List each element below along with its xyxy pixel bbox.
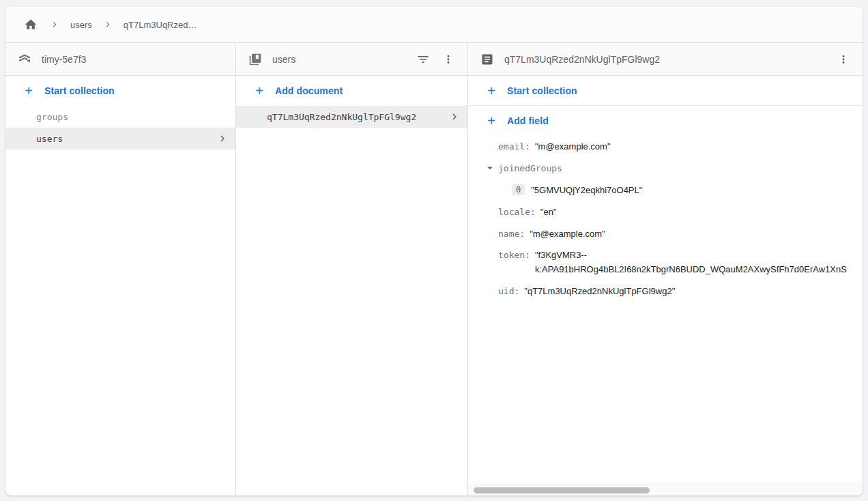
home-icon[interactable]: [23, 16, 39, 33]
chevron-right-icon: [49, 19, 60, 30]
document-icon: [479, 51, 495, 68]
scrollbar-thumb[interactable]: [474, 487, 650, 493]
field-row-email[interactable]: email: "m@example.com": [468, 135, 863, 157]
field-row-name[interactable]: name: "m@example.com": [468, 223, 863, 244]
database-panel: timy-5e7f3 + Start collection groups use…: [5, 43, 236, 496]
triangle-down-icon[interactable]: [482, 160, 498, 176]
array-item-row[interactable]: 0 "5GMVUQjY2eqkhi7oO4PL": [468, 179, 863, 201]
field-list: email: "m@example.com" joinedGroups 0 "5…: [468, 135, 863, 302]
token-value: "f3KgVMR3-- k:APA91bHROg4bBL2I68n2kTbgrN…: [535, 248, 847, 276]
add-document-button[interactable]: + Add document: [236, 76, 467, 106]
collection-item-users[interactable]: users: [5, 128, 235, 149]
chevron-right-icon: [448, 111, 461, 123]
breadcrumb: users qT7Lm3UqRzed…: [5, 7, 863, 43]
start-collection-button[interactable]: + Start collection: [5, 76, 235, 106]
plus-icon: +: [484, 84, 498, 98]
collection-icon: [247, 51, 263, 68]
plus-icon: +: [22, 84, 35, 98]
document-panel-header: qT7Lm3UqRzed2nNkUglTpFGl9wg2: [468, 43, 863, 76]
more-vert-icon[interactable]: [835, 51, 852, 68]
firestore-database-icon: [16, 51, 33, 68]
array-index-chip: 0: [512, 184, 525, 195]
breadcrumb-item-users[interactable]: users: [70, 20, 92, 30]
collection-item-groups[interactable]: groups: [5, 106, 235, 128]
document-item[interactable]: qT7Lm3UqRzed2nNkUglTpFGl9wg2: [236, 106, 467, 128]
collection-panel-header: users: [236, 43, 467, 76]
chevron-right-icon: [216, 132, 229, 145]
firestore-data-card: users qT7Lm3UqRzed… timy-5e7f3 + Star: [5, 7, 863, 496]
field-row-uid[interactable]: uid: "qT7Lm3UqRzed2nNkUglTpFGl9wg2": [468, 280, 863, 302]
plus-icon: +: [484, 114, 498, 128]
horizontal-scrollbar[interactable]: [468, 485, 863, 496]
collection-panel: users + Add document qT7Lm3UqRzed2nNkUgl…: [236, 43, 468, 496]
more-vert-icon[interactable]: [440, 51, 457, 68]
start-collection-button[interactable]: + Start collection: [468, 76, 863, 106]
field-row-joinedGroups[interactable]: joinedGroups: [468, 157, 863, 179]
database-title: timy-5e7f3: [42, 54, 86, 65]
add-field-button[interactable]: + Add field: [468, 106, 863, 135]
field-row-locale[interactable]: locale: "en": [468, 201, 863, 223]
filter-list-icon[interactable]: [415, 51, 431, 68]
document-title: qT7Lm3UqRzed2nNkUglTpFGl9wg2: [504, 54, 660, 65]
chevron-right-icon: [102, 19, 113, 30]
field-row-token[interactable]: token: "f3KgVMR3-- k:APA91bHROg4bBL2I68n…: [468, 244, 863, 280]
breadcrumb-item-document[interactable]: qT7Lm3UqRzed…: [124, 20, 197, 30]
database-panel-header: timy-5e7f3: [5, 43, 235, 76]
plus-icon: +: [252, 84, 266, 98]
collection-title: users: [272, 54, 295, 65]
document-panel: qT7Lm3UqRzed2nNkUglTpFGl9wg2 + Start col…: [468, 43, 863, 496]
